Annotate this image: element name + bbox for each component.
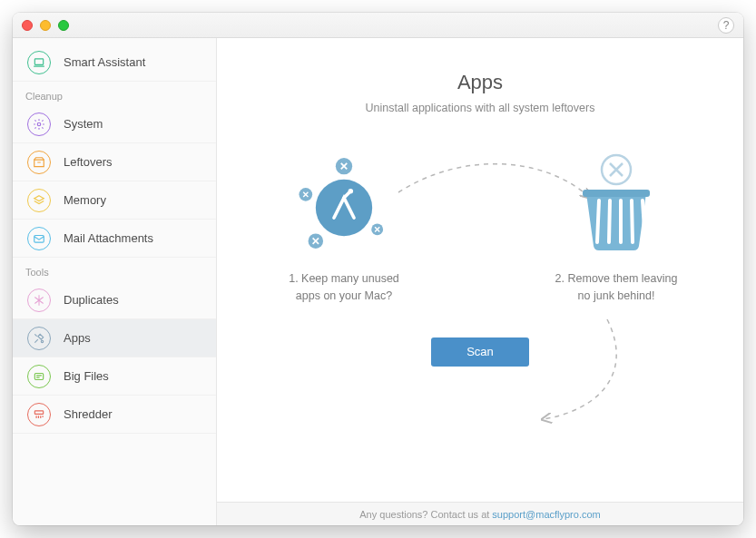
svg-rect-4 <box>34 373 43 379</box>
footer-text: Any questions? Contact us at <box>359 509 489 520</box>
step2-caption: 2. Remove them leaving no junk behind! <box>555 270 678 305</box>
svg-point-11 <box>349 189 354 194</box>
sidebar-item-apps[interactable]: Apps <box>13 319 216 357</box>
drive-icon <box>27 365 51 388</box>
sidebar-item-label: Leftovers <box>64 155 112 169</box>
mail-icon <box>27 227 51 250</box>
sidebar-item-smart-assistant[interactable]: Smart Assistant <box>13 44 216 82</box>
svg-rect-0 <box>34 58 43 64</box>
sidebar-item-shredder[interactable]: Shredder <box>13 396 216 434</box>
main-panel: Apps Uninstall applications with all sys… <box>217 38 743 525</box>
titlebar: ? <box>13 13 743 38</box>
app-window: ? Smart Assistant Cleanup System <box>13 13 743 525</box>
step2-line1: 2. Remove them leaving <box>555 272 678 285</box>
sidebar-item-label: Shredder <box>64 407 112 421</box>
page-title: Apps <box>457 71 503 94</box>
window-body: Smart Assistant Cleanup System Leftovers <box>13 38 743 525</box>
help-button[interactable]: ? <box>718 17 734 34</box>
step1-line1: 1. Keep many unused <box>289 272 399 285</box>
sidebar-item-label: System <box>64 117 103 131</box>
sidebar-item-label: Mail Attachments <box>64 231 153 245</box>
svg-line-14 <box>609 201 610 242</box>
close-window-button[interactable] <box>22 20 33 31</box>
shredder-icon <box>27 403 51 426</box>
svg-point-1 <box>37 122 41 126</box>
footer: Any questions? Contact us at support@mac… <box>217 502 743 525</box>
sidebar-item-label: Duplicates <box>64 293 119 307</box>
step1-line2: apps on your Mac? <box>296 289 392 302</box>
sidebar-item-label: Big Files <box>64 369 109 383</box>
svg-rect-5 <box>34 410 43 414</box>
svg-line-16 <box>632 201 633 242</box>
svg-point-3 <box>41 340 43 342</box>
sidebar-item-label: Smart Assistant <box>64 55 145 69</box>
tools-icon <box>27 327 51 350</box>
svg-line-17 <box>643 201 644 230</box>
snowflake-icon <box>27 289 51 312</box>
sidebar-item-label: Memory <box>64 193 106 207</box>
apps-illustration <box>294 158 394 258</box>
sidebar-item-duplicates[interactable]: Duplicates <box>13 281 216 319</box>
sidebar-item-memory[interactable]: Memory <box>13 181 216 220</box>
sidebar: Smart Assistant Cleanup System Leftovers <box>13 38 217 525</box>
step2: 2. Remove them leaving no junk behind! <box>544 158 689 305</box>
svg-rect-19 <box>583 190 650 197</box>
layers-icon <box>27 189 51 212</box>
svg-line-13 <box>597 201 599 242</box>
sidebar-item-label: Apps <box>64 331 91 345</box>
sidebar-section-tools: Tools <box>13 258 216 281</box>
page-subtitle: Uninstall applications with all system l… <box>366 102 595 114</box>
box-icon <box>27 151 51 174</box>
minimize-window-button[interactable] <box>40 20 51 31</box>
trash-illustration <box>566 158 666 258</box>
window-controls <box>22 20 69 31</box>
step1-caption: 1. Keep many unused apps on your Mac? <box>289 270 399 305</box>
maximize-window-button[interactable] <box>58 20 69 31</box>
laptop-icon <box>27 51 51 74</box>
step1: 1. Keep many unused apps on your Mac? <box>271 158 417 305</box>
step2-line2: no junk behind! <box>578 289 655 302</box>
sidebar-item-big-files[interactable]: Big Files <box>13 357 216 396</box>
sidebar-item-mail-attachments[interactable]: Mail Attachments <box>13 220 216 258</box>
scan-button[interactable]: Scan <box>431 337 529 367</box>
sidebar-item-leftovers[interactable]: Leftovers <box>13 143 216 181</box>
svg-point-10 <box>316 180 372 236</box>
content-area: Apps Uninstall applications with all sys… <box>217 38 743 502</box>
sidebar-item-system[interactable]: System <box>13 105 216 143</box>
illustration-row: 1. Keep many unused apps on your Mac? <box>244 158 716 305</box>
support-email-link[interactable]: support@macflypro.com <box>492 509 600 520</box>
svg-rect-2 <box>34 235 44 242</box>
gear-icon <box>27 112 51 136</box>
sidebar-section-cleanup: Cleanup <box>13 82 216 105</box>
